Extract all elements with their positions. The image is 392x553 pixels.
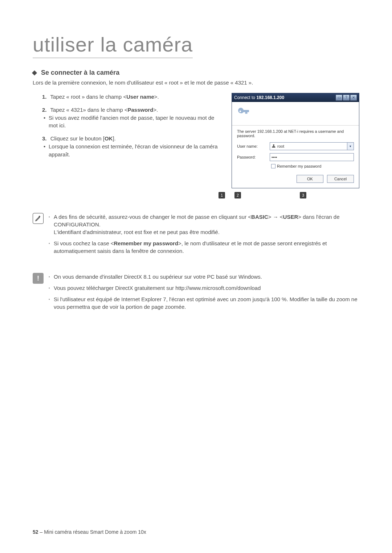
password-label: Password: xyxy=(237,155,270,159)
callout-3: 3 xyxy=(300,192,306,198)
note1-item2: Si vous cochez la case <Remember my pass… xyxy=(49,239,359,255)
password-value: •••• xyxy=(271,155,277,159)
user-icon xyxy=(271,144,276,149)
callout-2: 2 xyxy=(234,192,241,198)
step-3: 3. Cliquez sur le bouton [OK]. Lorsque l… xyxy=(42,135,224,158)
note-warning: ! On vous demande d'installer DirectX 8.… xyxy=(33,273,359,314)
password-input[interactable]: •••• xyxy=(270,153,354,161)
note2-item3: Si l'utilisateur est équipé de Internet … xyxy=(49,295,359,311)
remember-checkbox[interactable] xyxy=(271,164,275,168)
username-value: root xyxy=(277,144,284,148)
step-1: 1. Tapez « root » dans le champ <User na… xyxy=(42,93,224,101)
username-label: User name: xyxy=(237,144,270,148)
step-2-sub: Si vous avez modifié l'ancien mot de pas… xyxy=(42,114,224,130)
ok-button[interactable]: OK xyxy=(297,175,323,183)
note2-item2: Vous pouvez télécharger DirectX gratuite… xyxy=(49,284,359,292)
step-2: 2. Tapez « 4321» dans le champ <Password… xyxy=(42,106,224,130)
remember-label: Remember my password xyxy=(277,164,321,168)
section-intro: Lors de la première connexion, le nom d'… xyxy=(33,79,359,86)
step-3-bold: OK xyxy=(105,135,113,142)
step-2-num: 2. xyxy=(42,107,47,113)
step-3-a: Cliquez sur le bouton [ xyxy=(50,135,105,142)
dialog-header xyxy=(232,102,359,126)
dialog-title-ip: 192.168.1.200 xyxy=(256,95,284,100)
login-dialog: Connect to 192.168.1.200 ▭ ? ✕ The serve… xyxy=(232,93,359,198)
username-input[interactable]: root xyxy=(270,142,347,150)
section-heading: Se connecter à la caméra xyxy=(33,69,359,77)
cancel-button[interactable]: Cancel xyxy=(327,175,354,183)
dialog-titlebar: Connect to 192.168.1.200 ▭ ? ✕ xyxy=(232,93,359,102)
page-title: utiliser la caméra xyxy=(33,33,193,58)
step-1-a: Tapez « root » dans le champ < xyxy=(50,94,126,100)
pencil-icon xyxy=(33,213,44,224)
page-number: 52 xyxy=(33,529,38,535)
step-1-b: >. xyxy=(154,94,159,100)
note-pencil: A des fins de sécurité, assurez-vous de … xyxy=(33,213,359,258)
step-1-bold: User name xyxy=(126,94,154,100)
close-button[interactable]: ✕ xyxy=(350,95,357,101)
step-3-b: ]. xyxy=(113,135,115,142)
help-button[interactable]: ? xyxy=(343,95,350,101)
footer-sep: – xyxy=(38,529,44,535)
username-dropdown[interactable]: ▾ xyxy=(347,142,354,150)
footer-title: Mini caméra réseau Smart Dome à zoom 10x xyxy=(44,529,146,535)
step-2-bold: Password xyxy=(128,107,154,113)
warning-icon: ! xyxy=(33,273,44,284)
step-1-num: 1. xyxy=(42,94,47,100)
note1-item1: A des fins de sécurité, assurez-vous de … xyxy=(49,213,359,236)
callouts: 1 2 3 xyxy=(219,192,359,198)
step-2-b: >. xyxy=(153,107,158,113)
section-heading-text: Se connecter à la caméra xyxy=(41,69,119,76)
page-footer: 52 – Mini caméra réseau Smart Dome à zoo… xyxy=(33,529,146,535)
note2-item1: On vous demande d'installer DirectX 8.1 … xyxy=(49,273,359,280)
callout-1: 1 xyxy=(219,192,225,198)
diamond-icon xyxy=(32,70,37,75)
step-3-sub: Lorsque la connexion est terminée, l'écr… xyxy=(42,143,224,159)
step-2-a: Tapez « 4321» dans le champ < xyxy=(50,107,127,113)
dialog-title-prefix: Connect to xyxy=(234,95,256,100)
minimize-button[interactable]: ▭ xyxy=(336,95,342,101)
dialog-message: The server 192.168.1.200 at NET-i requir… xyxy=(237,129,354,138)
keys-icon xyxy=(236,106,252,122)
step-3-num: 3. xyxy=(42,135,47,142)
